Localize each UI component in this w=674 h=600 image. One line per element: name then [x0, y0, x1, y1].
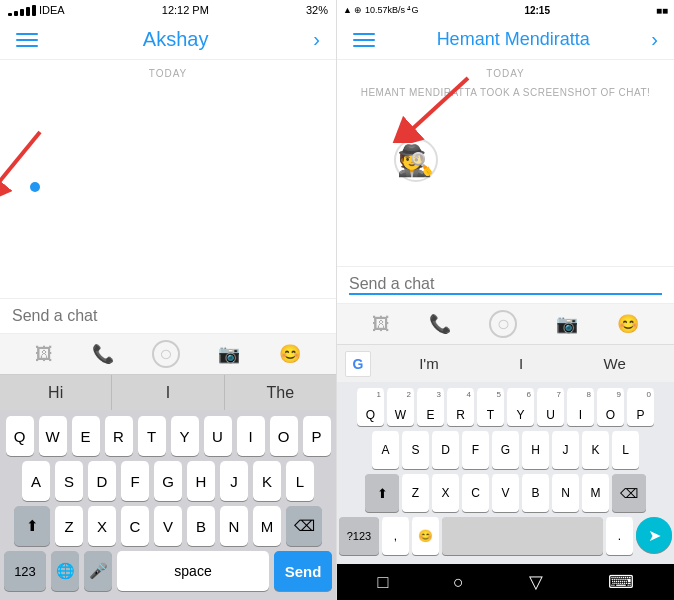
right-camera-btn[interactable]: ○ — [489, 310, 517, 338]
key-D[interactable]: D — [88, 461, 116, 501]
rkey-comma[interactable]: , — [382, 517, 409, 555]
phone-icon[interactable]: 📞 — [92, 343, 114, 365]
rkey-G[interactable]: G — [492, 431, 519, 469]
rkey-num[interactable]: ?123 — [339, 517, 379, 555]
rkey-M[interactable]: M — [582, 474, 609, 512]
image-icon[interactable]: 🖼 — [35, 344, 53, 365]
right-emoji-icon[interactable]: 😊 — [617, 313, 639, 335]
rkey-C[interactable]: C — [462, 474, 489, 512]
video-icon[interactable]: 📷 — [218, 343, 240, 365]
right-autocomplete-item-2[interactable]: We — [604, 355, 626, 372]
key-U[interactable]: U — [204, 416, 232, 456]
key-mic[interactable]: 🎤 — [84, 551, 112, 591]
key-S[interactable]: S — [55, 461, 83, 501]
key-R[interactable]: R — [105, 416, 133, 456]
key-backspace[interactable]: ⌫ — [286, 506, 322, 546]
key-C[interactable]: C — [121, 506, 149, 546]
rkey-K[interactable]: K — [582, 431, 609, 469]
key-B[interactable]: B — [187, 506, 215, 546]
rkey-U[interactable]: 7U — [537, 388, 564, 426]
nav-triangle-btn[interactable]: ▽ — [529, 571, 543, 593]
rkey-T[interactable]: 5T — [477, 388, 504, 426]
left-keyboard: Q W E R T Y U I O P A S D F G H J K L ⬆ … — [0, 410, 336, 600]
rkey-W[interactable]: 2W — [387, 388, 414, 426]
rkey-P[interactable]: 0P — [627, 388, 654, 426]
rkey-O[interactable]: 9O — [597, 388, 624, 426]
rkey-A[interactable]: A — [372, 431, 399, 469]
key-E[interactable]: E — [72, 416, 100, 456]
key-shift[interactable]: ⬆ — [14, 506, 50, 546]
rkey-Q[interactable]: 1Q — [357, 388, 384, 426]
key-num[interactable]: 123 — [4, 551, 46, 591]
key-M[interactable]: M — [253, 506, 281, 546]
right-image-icon[interactable]: 🖼 — [372, 314, 390, 335]
rkey-L[interactable]: L — [612, 431, 639, 469]
key-send[interactable]: Send — [274, 551, 332, 591]
emoji-icon-left[interactable]: 😊 — [279, 343, 301, 365]
right-keyboard-row-0: 1Q 2W 3E 4R 5T 6Y 7U 8I — [339, 388, 672, 426]
rkey-J[interactable]: J — [552, 431, 579, 469]
rkey-shift[interactable]: ⬆ — [365, 474, 399, 512]
nav-keyboard-btn[interactable]: ⌨ — [608, 571, 634, 593]
right-autocomplete-items: I'm I We — [379, 355, 666, 372]
right-media-bar: 🖼 📞 ○ 📷 😊 — [337, 303, 674, 344]
right-video-icon[interactable]: 📷 — [556, 313, 578, 335]
left-chat-input[interactable] — [12, 307, 324, 325]
rkey-I[interactable]: 8I — [567, 388, 594, 426]
right-phone-icon[interactable]: 📞 — [429, 313, 451, 335]
right-chevron-right-icon[interactable]: › — [651, 28, 658, 51]
rkey-V[interactable]: V — [492, 474, 519, 512]
key-Q[interactable]: Q — [6, 416, 34, 456]
right-status-left: ▲ ⊕ 10.57kB/s ⁴G — [343, 5, 418, 15]
key-F[interactable]: F — [121, 461, 149, 501]
rkey-E[interactable]: 3E — [417, 388, 444, 426]
left-battery: 32% — [306, 4, 328, 16]
camera-btn[interactable]: ○ — [152, 340, 180, 368]
key-G[interactable]: G — [154, 461, 182, 501]
rkey-N[interactable]: N — [552, 474, 579, 512]
right-header-title: Hemant Mendiratta — [437, 29, 590, 50]
key-J[interactable]: J — [220, 461, 248, 501]
key-H[interactable]: H — [187, 461, 215, 501]
rkey-period[interactable]: . — [606, 517, 633, 555]
key-globe[interactable]: 🌐 — [51, 551, 79, 591]
key-N[interactable]: N — [220, 506, 248, 546]
key-W[interactable]: W — [39, 416, 67, 456]
key-K[interactable]: K — [253, 461, 281, 501]
rkey-S[interactable]: S — [402, 431, 429, 469]
rkey-X[interactable]: X — [432, 474, 459, 512]
rkey-Z[interactable]: Z — [402, 474, 429, 512]
key-space[interactable]: space — [117, 551, 269, 591]
rkey-R[interactable]: 4R — [447, 388, 474, 426]
key-P[interactable]: P — [303, 416, 331, 456]
rkey-backspace[interactable]: ⌫ — [612, 474, 646, 512]
rkey-H[interactable]: H — [522, 431, 549, 469]
key-X[interactable]: X — [88, 506, 116, 546]
rkey-send[interactable]: ➤ — [636, 517, 672, 553]
key-Z[interactable]: Z — [55, 506, 83, 546]
nav-circle-btn[interactable]: ○ — [453, 572, 464, 593]
rkey-D[interactable]: D — [432, 431, 459, 469]
key-L[interactable]: L — [286, 461, 314, 501]
rkey-emoji[interactable]: 😊 — [412, 517, 439, 555]
right-autocomplete-item-1[interactable]: I — [519, 355, 523, 372]
rkey-B[interactable]: B — [522, 474, 549, 512]
key-O[interactable]: O — [270, 416, 298, 456]
key-I[interactable]: I — [237, 416, 265, 456]
rkey-Y[interactable]: 6Y — [507, 388, 534, 426]
key-T[interactable]: T — [138, 416, 166, 456]
right-autocomplete-item-0[interactable]: I'm — [419, 355, 439, 372]
left-chevron-right-icon[interactable]: › — [313, 28, 320, 51]
key-Y[interactable]: Y — [171, 416, 199, 456]
key-A[interactable]: A — [22, 461, 50, 501]
right-chat-input[interactable] — [349, 275, 662, 295]
rkey-space[interactable] — [442, 517, 603, 555]
right-hamburger-icon[interactable] — [353, 33, 375, 47]
nav-square-btn[interactable]: □ — [377, 572, 388, 593]
autocomplete-item-hi[interactable]: Hi — [0, 375, 112, 410]
key-V[interactable]: V — [154, 506, 182, 546]
hamburger-icon[interactable] — [16, 33, 38, 47]
rkey-F[interactable]: F — [462, 431, 489, 469]
autocomplete-item-i[interactable]: I — [112, 375, 224, 410]
autocomplete-item-the[interactable]: The — [225, 375, 336, 410]
